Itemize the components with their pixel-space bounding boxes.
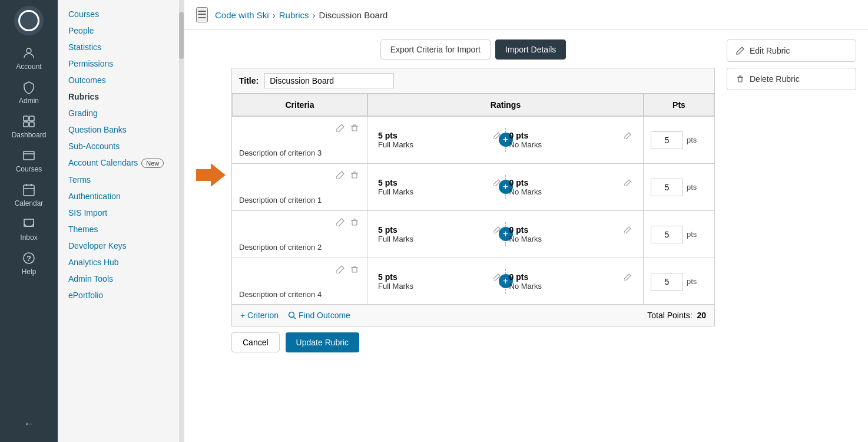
pts-unit-row3: pts bbox=[687, 136, 697, 144]
delete-criteria-btn-row4[interactable] bbox=[349, 264, 360, 276]
import-details-button[interactable]: Import Details bbox=[495, 39, 566, 60]
nav-item-account[interactable]: Account bbox=[0, 41, 58, 75]
edit-rating-low-btn-row3[interactable] bbox=[623, 131, 632, 142]
sidebar-item-statistics[interactable]: Statistics bbox=[68, 39, 184, 55]
find-outcome-label: Find Outcome bbox=[299, 311, 350, 320]
svg-rect-14 bbox=[352, 126, 357, 131]
ratings-cell-row4: 5 pts Full Marks + 0 pts No Marks bbox=[367, 258, 644, 305]
sidebar-item-admin_tools[interactable]: Admin Tools bbox=[68, 271, 184, 287]
sidebar-link-statistics[interactable]: Statistics bbox=[68, 42, 101, 52]
rating-high-row1: 5 pts Full Marks bbox=[375, 174, 505, 200]
sidebar-item-sub_accounts[interactable]: Sub-Accounts bbox=[68, 138, 184, 154]
nav-label-admin: Admin bbox=[19, 97, 39, 105]
sidebar-link-developer_keys[interactable]: Developer Keys bbox=[68, 241, 127, 250]
left-navigation: Account Admin Dashboard Courses Calenda bbox=[0, 0, 58, 442]
pts-input-row1[interactable] bbox=[651, 179, 683, 196]
pts-input-row3[interactable] bbox=[651, 131, 683, 149]
sidebar-link-question_banks[interactable]: Question Banks bbox=[68, 125, 127, 134]
sidebar-link-sis_import[interactable]: SIS Import bbox=[68, 208, 107, 217]
sidebar-item-sis_import[interactable]: SIS Import bbox=[68, 204, 184, 221]
edit-criteria-btn-row1[interactable] bbox=[335, 170, 346, 182]
sidebar-link-rubrics[interactable]: Rubrics bbox=[68, 92, 99, 101]
add-criterion-link[interactable]: + Criterion bbox=[240, 311, 279, 320]
nav-item-dashboard[interactable]: Dashboard bbox=[0, 110, 58, 144]
nav-item-calendar[interactable]: Calendar bbox=[0, 178, 58, 212]
edit-rating-low-btn-row2[interactable] bbox=[623, 225, 632, 236]
sidebar-scrollbar bbox=[179, 0, 184, 442]
dashboard-icon bbox=[22, 114, 36, 128]
rubric-title-input[interactable] bbox=[264, 73, 394, 88]
sidebar-item-courses[interactable]: Courses bbox=[68, 6, 184, 22]
nav-item-courses[interactable]: Courses bbox=[0, 144, 58, 178]
delete-criteria-btn-row2[interactable] bbox=[349, 217, 360, 229]
breadcrumb-part-1[interactable]: Rubrics bbox=[279, 10, 309, 20]
nav-collapse-button[interactable]: ← bbox=[0, 412, 58, 436]
delete-criteria-btn-row3[interactable] bbox=[349, 123, 360, 135]
rubric-row-row3: Description of criterion 3 5 pts Full Ma… bbox=[232, 116, 714, 163]
svg-rect-4 bbox=[29, 122, 34, 127]
sidebar-link-sub_accounts[interactable]: Sub-Accounts bbox=[68, 141, 120, 151]
nav-bottom: ← bbox=[0, 412, 58, 442]
sidebar-item-grading[interactable]: Grading bbox=[68, 105, 184, 121]
search-icon bbox=[288, 311, 296, 319]
edit-rating-low-btn-row1[interactable] bbox=[623, 178, 632, 189]
edit-criteria-btn-row4[interactable] bbox=[335, 264, 346, 276]
sidebar-item-outcomes[interactable]: Outcomes bbox=[68, 72, 184, 88]
criteria-cell-row1: Description of criterion 1 bbox=[232, 164, 367, 210]
edit-criteria-btn-row3[interactable] bbox=[335, 123, 346, 135]
sidebar: CoursesPeopleStatisticsPermissionsOutcom… bbox=[58, 0, 184, 442]
sidebar-link-permissions[interactable]: Permissions bbox=[68, 59, 113, 68]
delete-criteria-btn-row1[interactable] bbox=[349, 170, 360, 182]
svg-rect-20 bbox=[352, 220, 357, 225]
sidebar-link-themes[interactable]: Themes bbox=[68, 225, 98, 234]
svg-rect-3 bbox=[24, 122, 28, 127]
app-logo bbox=[14, 6, 44, 35]
criteria-text-row3: Description of criterion 3 bbox=[239, 149, 360, 157]
sidebar-item-developer_keys[interactable]: Developer Keys bbox=[68, 238, 184, 254]
nav-label-inbox: Inbox bbox=[20, 233, 37, 242]
sidebar-item-terms[interactable]: Terms bbox=[68, 171, 184, 188]
pts-cell-row3: pts bbox=[644, 117, 714, 163]
edit-rating-low-btn-row4[interactable] bbox=[623, 272, 632, 283]
sidebar-item-analytics_hub[interactable]: Analytics Hub bbox=[68, 254, 184, 271]
nav-label-dashboard: Dashboard bbox=[12, 131, 47, 139]
scrollbar-thumb bbox=[179, 12, 184, 59]
sidebar-link-analytics_hub[interactable]: Analytics Hub bbox=[68, 258, 119, 267]
sidebar-link-account_calendars[interactable]: Account Calendars bbox=[68, 158, 138, 167]
sidebar-link-grading[interactable]: Grading bbox=[68, 108, 98, 118]
sidebar-item-eportfolio[interactable]: ePortfolio bbox=[68, 287, 184, 304]
find-outcome-link[interactable]: Find Outcome bbox=[288, 311, 350, 320]
svg-rect-5 bbox=[24, 151, 34, 160]
sidebar-link-terms[interactable]: Terms bbox=[68, 175, 91, 184]
sidebar-link-eportfolio[interactable]: ePortfolio bbox=[68, 291, 103, 300]
nav-item-admin[interactable]: Admin bbox=[0, 75, 58, 110]
update-rubric-button[interactable]: Update Rubric bbox=[286, 332, 360, 352]
cancel-button[interactable]: Cancel bbox=[231, 332, 280, 352]
sidebar-link-authentication[interactable]: Authentication bbox=[68, 192, 121, 201]
sidebar-item-question_banks[interactable]: Question Banks bbox=[68, 121, 184, 138]
sidebar-link-courses[interactable]: Courses bbox=[68, 9, 99, 19]
breadcrumb-part-0[interactable]: Code with Ski bbox=[215, 10, 269, 20]
sidebar-item-permissions[interactable]: Permissions bbox=[68, 55, 184, 72]
nav-label-help: Help bbox=[22, 268, 37, 276]
edit-rubric-button[interactable]: Edit Rubric bbox=[727, 39, 856, 62]
pts-input-row4[interactable] bbox=[651, 273, 683, 291]
edit-criteria-btn-row2[interactable] bbox=[335, 217, 346, 229]
nav-item-inbox[interactable]: Inbox bbox=[0, 212, 58, 246]
nav-item-help[interactable]: ? Help bbox=[0, 246, 58, 281]
export-criteria-button[interactable]: Export Criteria for Import bbox=[380, 39, 491, 60]
pts-input-row2[interactable] bbox=[651, 226, 683, 243]
sidebar-item-rubrics[interactable]: Rubrics bbox=[68, 88, 184, 105]
sidebar-item-people[interactable]: People bbox=[68, 22, 184, 39]
rating-low-pts-row2: 0 pts bbox=[509, 225, 633, 235]
rubric-header-row: Criteria Ratings Pts bbox=[232, 94, 714, 116]
sidebar-item-themes[interactable]: Themes bbox=[68, 221, 184, 238]
hamburger-menu[interactable]: ☰ bbox=[196, 7, 208, 22]
sidebar-item-account_calendars[interactable]: Account CalendarsNew bbox=[68, 154, 184, 171]
sidebar-item-authentication[interactable]: Authentication bbox=[68, 188, 184, 204]
sidebar-link-people[interactable]: People bbox=[68, 26, 94, 35]
sidebar-link-outcomes[interactable]: Outcomes bbox=[68, 75, 106, 85]
sidebar-link-admin_tools[interactable]: Admin Tools bbox=[68, 274, 113, 283]
delete-rubric-button[interactable]: Delete Rubric bbox=[727, 68, 856, 90]
rating-low-row4: 0 pts No Marks bbox=[506, 269, 637, 294]
